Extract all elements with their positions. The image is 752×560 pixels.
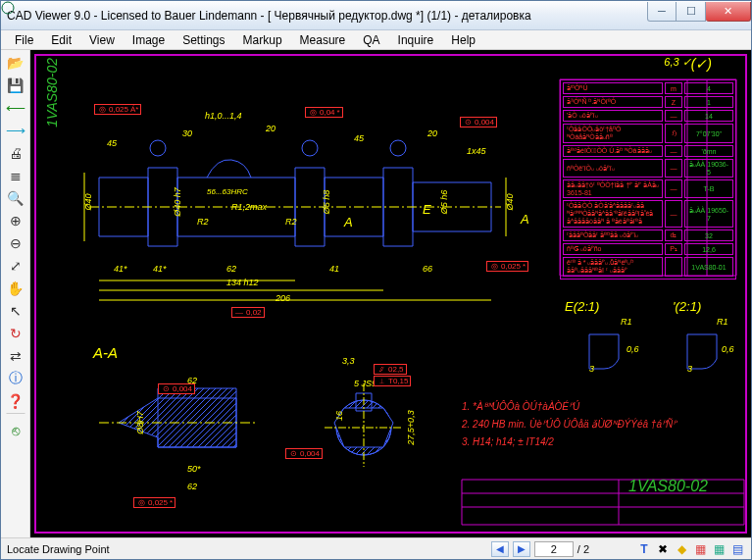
note-2: 2. 240 HB min. ÙèᴾÚÔ ÚÔåä ǎÙØᴺÐÝÝéâ †áᴾÑ… — [462, 419, 677, 430]
app-icon — [0, 0, 16, 16]
detail-other-label: '(2:1) — [673, 299, 701, 314]
save-icon[interactable]: 💾 — [4, 75, 27, 96]
layer-b-icon[interactable]: ▦ — [711, 541, 727, 557]
statusbar: Locate Drawing Point ◀ ▶ / 2 T ✖ ◆ ▦ ▦ ▤ — [1, 537, 751, 559]
tol-g9: ⫽02,5 — [374, 364, 407, 375]
page-total: / 2 — [577, 543, 589, 555]
dim-r3: R2 — [197, 217, 209, 227]
note-1: 1. *ÀᴮᴺÚÔÔà ÒÚ†àÀÒÉᴾÚ — [462, 401, 579, 412]
zoom-icon[interactable]: 🔍 — [4, 187, 27, 209]
dim-a4: 45 — [354, 133, 364, 143]
status-message: Locate Drawing Point — [7, 543, 487, 555]
text-tool-icon[interactable]: T — [636, 541, 652, 557]
svg-point-9 — [150, 140, 166, 156]
pan-icon[interactable]: ✋ — [4, 278, 27, 299]
dim-sech: 50* — [187, 464, 201, 474]
dim-d1: Ø40 — [83, 193, 93, 210]
menu-settings[interactable]: Settings — [175, 31, 232, 49]
svg-point-11 — [390, 140, 406, 156]
tol-g10: ⟂T0,15 — [374, 376, 411, 386]
svg-point-10 — [302, 140, 318, 156]
dim-d2: Ø40 h7 — [173, 187, 182, 217]
dim-secd: Ø8H7 — [135, 411, 145, 434]
drawing-canvas[interactable]: 1VAS80-02 6,3 ✓(✓) — [30, 50, 751, 537]
tol-g8: —0,02 — [231, 307, 265, 318]
dim-detow: 3 — [687, 364, 692, 374]
help-icon[interactable]: ❓ — [4, 390, 27, 412]
dim-f1: 1x45 — [467, 146, 486, 156]
dim-l4: 41 — [329, 264, 339, 274]
next-page-button[interactable]: ▶ — [513, 541, 530, 557]
tol-g1: ◎0,025Á* — [94, 104, 141, 115]
dim-a3: 20 — [266, 124, 276, 133]
window-title: CAD Viewer 9.0 - Licensed to Bauer Linde… — [7, 9, 647, 23]
tol-g4: ◎0,025* — [486, 261, 528, 272]
tol-g6: ◎0,025* — [133, 497, 175, 508]
pick-icon[interactable]: ↖ — [4, 300, 27, 322]
tol-g7: ⊙0,004 — [158, 383, 195, 394]
tol-g3: ⊙0,004 — [460, 117, 497, 127]
menu-file[interactable]: File — [7, 31, 41, 49]
exit-icon[interactable]: ⎋ — [4, 420, 27, 441]
dim-a5: 20 — [427, 128, 437, 138]
zoom-in-icon[interactable]: ⊕ — [4, 210, 27, 231]
snap-off-icon[interactable]: ✖ — [655, 541, 671, 557]
dim-d5: Ø40 — [505, 193, 515, 210]
layers-icon[interactable]: ≣ — [4, 165, 27, 186]
maximize-button[interactable]: ☐ — [677, 2, 706, 22]
zoom-out-icon[interactable]: ⊖ — [4, 232, 27, 254]
dim-keyh: 16 — [334, 411, 344, 421]
page-input[interactable] — [534, 541, 574, 557]
dim-t1: h1,0...1,4 — [205, 111, 242, 121]
color-toggle-icon[interactable]: ◆ — [674, 541, 689, 557]
extents-icon[interactable]: ⤢ — [4, 255, 27, 277]
note-3: 3. H14; h14; ± IT14/2 — [462, 436, 554, 447]
back-icon[interactable]: ⟵ — [4, 97, 27, 119]
close-button[interactable]: ✕ — [706, 2, 751, 22]
open-icon[interactable]: 📂 — [4, 52, 27, 74]
menubar: File Edit View Image Settings Markup Mea… — [1, 30, 751, 50]
titleblock-partno: 1VAS80-02 — [628, 478, 708, 495]
menu-qa[interactable]: QA — [355, 31, 387, 49]
grid-icon[interactable]: ▤ — [729, 541, 745, 557]
sep — [6, 413, 25, 419]
layer-a-icon[interactable]: ▦ — [692, 541, 708, 557]
print-icon[interactable]: 🖨 — [4, 142, 27, 164]
dim-d4: Ø5 h6 — [439, 190, 449, 215]
prev-page-button[interactable]: ◀ — [491, 541, 509, 557]
compare-icon[interactable]: ⇄ — [4, 345, 27, 367]
svg-rect-1 — [99, 178, 148, 236]
dim-l3: 62 — [226, 264, 236, 274]
section-aa-label: A-A — [93, 344, 118, 361]
tol-g2: ◎0,04* — [305, 107, 343, 118]
menu-edit[interactable]: Edit — [43, 31, 79, 49]
dim-a2: 30 — [182, 128, 192, 138]
dim-d3: Ø5 h8 — [322, 190, 331, 215]
dim-l5: 66 — [423, 264, 432, 274]
info-icon[interactable]: ⓘ — [4, 368, 27, 389]
menu-measure[interactable]: Measure — [292, 31, 354, 49]
dim-l7: 206 — [276, 293, 290, 303]
dim-l2: 41* — [153, 264, 167, 274]
menu-image[interactable]: Image — [125, 31, 173, 49]
svg-point-0 — [2, 2, 14, 14]
menu-view[interactable]: View — [81, 31, 123, 49]
minimize-button[interactable]: ─ — [647, 2, 677, 22]
dim-t4: 0,6 — [722, 344, 734, 354]
dim-keyd: 27,5+0,3 — [406, 410, 416, 444]
menu-help[interactable]: Help — [443, 31, 483, 49]
dim-r2: R2 — [285, 217, 297, 227]
dim-r1: R1,2max — [231, 202, 267, 212]
menu-inquire[interactable]: Inquire — [390, 31, 442, 49]
titlebar: CAD Viewer 9.0 - Licensed to Bauer Linde… — [1, 1, 751, 30]
dim-detew: 3 — [589, 364, 594, 374]
dim-sech2: 62 — [187, 482, 197, 491]
tol-g5: ⊙0,004 — [285, 448, 323, 459]
dim-l6: 134 h12 — [226, 278, 259, 287]
menu-markup[interactable]: Markup — [235, 31, 290, 49]
dim-a1: 45 — [107, 138, 117, 148]
dim-r4: R1 — [621, 317, 632, 327]
rotate-icon[interactable]: ↻ — [4, 323, 27, 344]
forward-icon[interactable]: ⟶ — [4, 120, 27, 141]
dim-t2: 56...63HRC — [207, 187, 248, 196]
